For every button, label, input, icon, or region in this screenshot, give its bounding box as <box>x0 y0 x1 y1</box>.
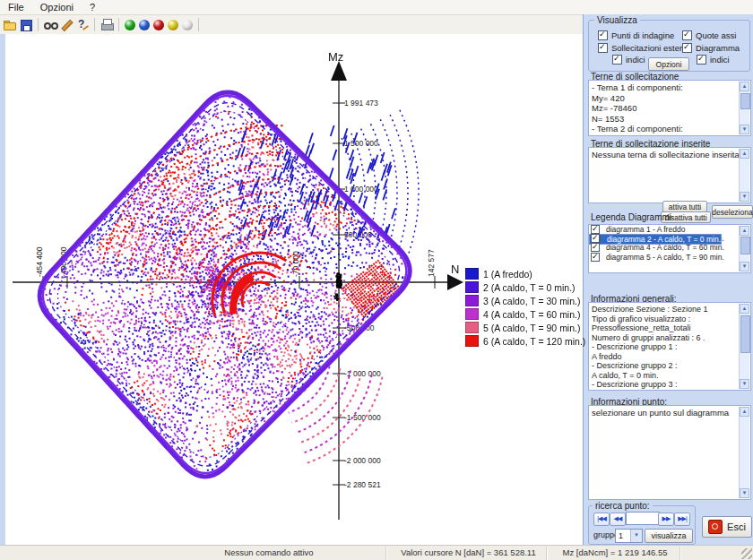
checkbox-label: Quote assi <box>696 30 736 40</box>
sphere-green-icon[interactable] <box>125 20 135 30</box>
terne-inserite-textbox[interactable]: Nessuna terna di sollecitazione inserita… <box>588 147 751 203</box>
previous-point-button[interactable] <box>610 513 626 526</box>
scroll-down-icon[interactable]: ▼ <box>740 488 749 498</box>
plot-area[interactable]: Mz N 1 991 4731 500 0001 000 000500 000-… <box>0 34 583 545</box>
checkbox-icon[interactable] <box>598 30 608 40</box>
print-icon[interactable] <box>100 18 114 32</box>
terne-inserite-scrollbar[interactable]: ▲ ▼ <box>739 149 749 202</box>
save-icon[interactable] <box>19 18 33 32</box>
scroll-thumb[interactable] <box>740 237 750 254</box>
y-tick-label: -2 280 521 <box>344 480 381 489</box>
y-tick-label: 1 991 473 <box>344 99 378 108</box>
legend-swatch <box>465 281 479 293</box>
esci-button[interactable]: Esci <box>702 516 752 538</box>
diagrammi-list[interactable]: diagramma 1 - A freddodiagramma 2 - A ca… <box>588 224 751 273</box>
diagramma-list-item[interactable]: diagramma 2 - A caldo, T = 0 min. <box>589 234 722 245</box>
ricerca-punto-input[interactable] <box>626 512 660 525</box>
checkbox-icon[interactable] <box>598 43 608 53</box>
legend-row: 4 (A caldo, T = 60 min.) <box>465 307 585 321</box>
opzioni-button[interactable]: Opzioni <box>648 57 689 71</box>
sphere-red-icon[interactable] <box>153 20 164 30</box>
y-tick-label: 1 000 000 <box>344 185 378 194</box>
legend-row: 3 (A caldo, T = 30 min.) <box>465 294 585 307</box>
terne-line: - Terna 1 di componenti: <box>589 82 750 93</box>
scroll-thumb[interactable] <box>740 93 750 109</box>
scroll-thumb[interactable] <box>740 315 750 353</box>
next-point-button[interactable] <box>658 513 674 526</box>
legend-label: 1 (A freddo) <box>483 269 532 280</box>
legend-row: 1 (A freddo) <box>465 267 585 280</box>
visualizza-button[interactable]: visualizza <box>645 529 693 543</box>
visualizza-checkbox-item[interactable]: Sollecitazioni esterne <box>598 43 692 53</box>
visualizza-checkbox-item[interactable]: indici <box>612 55 645 65</box>
info-generali-scrollbar[interactable]: ▲ ▼ <box>739 304 749 389</box>
checkbox-label: Punti di indagine <box>611 30 674 40</box>
terne-scrollbar[interactable]: ▲ ▼ <box>739 82 749 134</box>
scroll-up-icon[interactable]: ▲ <box>740 407 749 417</box>
status-separator <box>679 547 681 560</box>
menu-opzioni[interactable]: Opzioni <box>32 0 82 14</box>
menu-help[interactable]: ? <box>82 0 103 14</box>
checkbox-icon[interactable] <box>612 55 622 65</box>
info-punto-line: selezionare un punto sul diagramma <box>589 408 750 418</box>
checkbox-icon[interactable] <box>697 55 706 65</box>
checkbox-icon[interactable] <box>682 43 692 53</box>
gruppo-select[interactable]: 1 ▼ <box>615 529 643 543</box>
status-separator <box>385 547 387 560</box>
diagramma-list-item[interactable]: diagramma 1 - A freddo <box>589 225 750 234</box>
visualizza-checkbox-item[interactable]: indici <box>697 55 730 65</box>
toolbar <box>0 15 584 35</box>
ricerca-punto-title: ricerca punto: <box>593 501 653 511</box>
info-punto-scrollbar[interactable]: ▲ ▼ <box>739 407 749 498</box>
y-tick-label: -1 000 000 <box>344 369 381 378</box>
open-folder-icon[interactable] <box>3 18 17 32</box>
scroll-down-icon[interactable]: ▼ <box>740 125 749 134</box>
first-point-button[interactable] <box>593 513 610 526</box>
scroll-down-icon[interactable]: ▼ <box>740 379 749 389</box>
sphere-yellow-icon[interactable] <box>168 20 178 30</box>
legend-label: 3 (A caldo, T = 30 min.) <box>483 296 580 306</box>
visualizza-checkbox-item[interactable]: Quote assi <box>682 30 736 40</box>
terne-textbox[interactable]: - Terna 1 di componenti:My= 420Mz= -7846… <box>588 80 751 136</box>
diagramma-list-label: diagramma 2 - A caldo, T = 0 min. <box>607 235 721 244</box>
deseleziona-button[interactable]: deseleziona <box>712 205 753 219</box>
info-punto-textbox[interactable]: selezionare un punto sul diagramma ▲ ▼ <box>588 405 751 500</box>
legend-label: 6 (A caldo, T = 120 min.) <box>483 336 585 347</box>
legend-label: 4 (A caldo, T = 60 min.) <box>483 309 580 320</box>
visualizza-checkbox-item[interactable]: Diagramma <box>682 43 740 53</box>
checkbox-icon[interactable] <box>591 253 600 262</box>
view-options-icon[interactable] <box>43 18 57 32</box>
toolbar-separator <box>118 18 119 31</box>
info-generali-line: - Descrizione gruppo 2 : <box>589 361 750 371</box>
checkbox-icon[interactable] <box>682 30 692 40</box>
last-point-button[interactable] <box>674 513 690 526</box>
checkbox-label: indici <box>626 55 645 65</box>
legend-swatch <box>465 308 479 320</box>
info-generali-textbox[interactable]: Descrizione Sezione : Sezione 1Tipo di g… <box>588 302 751 391</box>
sphere-blue-icon[interactable] <box>139 20 150 30</box>
scroll-up-icon[interactable]: ▲ <box>740 82 749 91</box>
info-generali-line: Tipo di grafico visualizzato : <box>589 314 750 324</box>
scroll-up-icon[interactable]: ▲ <box>740 149 749 159</box>
legend-row: 5 (A caldo, T = 90 min.) <box>465 321 585 334</box>
x-tick-label: -70 000 <box>291 251 300 277</box>
scroll-up-icon[interactable]: ▲ <box>740 304 749 314</box>
scroll-down-icon[interactable]: ▼ <box>740 192 749 202</box>
window-edge-strip <box>0 34 5 545</box>
status-cursor-mz: Mz [daNcm] = 1 219 146.55 <box>549 547 681 557</box>
diagrammi-scrollbar[interactable]: ▲ ▼ <box>739 226 749 271</box>
y-tick-label: -1 500 000 <box>344 413 381 422</box>
terne-inserite-line: Nessuna terna di sollecitazione inserita… <box>589 150 750 160</box>
y-tick-label: 1 500 000 <box>344 139 378 148</box>
esci-button-label: Esci <box>727 521 746 532</box>
edit-pencil-icon[interactable] <box>59 18 74 32</box>
sphere-white-icon[interactable] <box>182 20 193 30</box>
resize-grip[interactable] <box>741 548 752 559</box>
menu-file[interactable]: File <box>0 0 32 14</box>
scroll-down-icon[interactable]: ▼ <box>740 262 749 271</box>
help-edit-icon[interactable] <box>75 18 90 32</box>
scroll-up-icon[interactable]: ▲ <box>740 226 749 236</box>
visualizza-checkbox-item[interactable]: Punti di indagine <box>598 30 674 40</box>
diagramma-list-item[interactable]: diagramma 5 - A caldo, T = 90 min. <box>589 253 750 262</box>
visualizza-groupbox: Visualizza Punti di indagineQuote assiSo… <box>588 20 750 72</box>
